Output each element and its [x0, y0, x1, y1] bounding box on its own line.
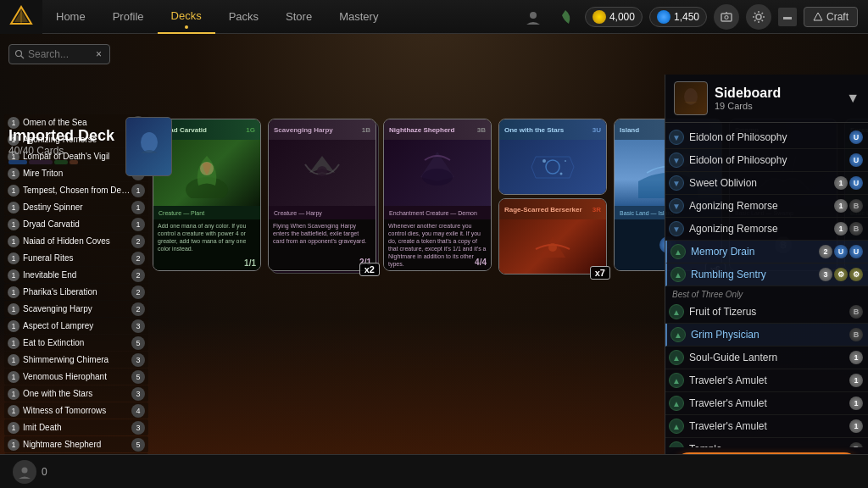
sideboard-thumb — [674, 81, 708, 115]
craft-button[interactable]: Craft — [804, 7, 858, 27]
card-cost: 2 — [131, 302, 145, 316]
player-rank: 0 — [42, 466, 47, 478]
sb-cost-memory-drain: 2 U U — [819, 245, 863, 258]
deck-info: Imported Deck 40/40 Cards — [8, 127, 114, 164]
nav-profile[interactable]: Profile — [99, 0, 158, 34]
sb-cost-grim: B — [849, 328, 863, 341]
card-count: 1 — [8, 252, 19, 264]
sb-item-soul-guide[interactable]: ▲ Soul-Guide Lantern 1 — [665, 347, 868, 369]
sb-item-travelers-1[interactable]: ▲ Traveler's Amulet 1 — [665, 369, 868, 392]
list-item[interactable]: 1 Venomous Hierophant 5 — [4, 369, 148, 385]
vault-btn[interactable] — [714, 4, 739, 30]
sb-item-agonizing-1[interactable]: ▼ Agonizing Remorse 1 B — [665, 195, 868, 218]
list-item[interactable]: 1 Witness of Tomorrows 4 — [4, 402, 148, 419]
sb-item-eidolon-2[interactable]: ▼ Eidolon of Philosophy U — [665, 149, 868, 172]
sb-item-agonizing-2[interactable]: ▼ Agonizing Remorse 1 B — [665, 218, 868, 241]
card-cost: 1 — [131, 218, 145, 231]
gold-badge[interactable]: 4,000 — [585, 7, 643, 27]
list-item[interactable]: 1 Inevitable End 2 — [4, 267, 148, 283]
list-item[interactable]: 1 Scavenging Harpy 2 — [4, 301, 148, 317]
list-item[interactable]: 1 Naiad of Hidden Coves 2 — [4, 233, 148, 249]
player-avatar-icon — [524, 8, 542, 26]
sb-item-travelers-2[interactable]: ▲ Traveler's Amulet 1 — [665, 392, 868, 415]
sb-expand-travelers-2[interactable]: ▲ — [669, 396, 684, 411]
nav-mastery[interactable]: Mastery — [326, 0, 392, 34]
list-item[interactable]: 1 Tempest, Chosen from Death 1 — [4, 182, 148, 198]
nav-decks[interactable]: Decks — [158, 0, 215, 34]
list-item[interactable]: 1 Shimmerwing Chimera 3 — [4, 352, 148, 368]
list-item[interactable]: 1 Pharika's Liberation 2 — [4, 284, 148, 300]
sb-expand-memory-drain[interactable]: ▲ — [670, 244, 686, 259]
sb-item-memory-drain[interactable]: ▲ Memory Drain 2 U U — [665, 241, 868, 263]
card-cost: 5 — [131, 336, 145, 350]
leaf-icon-btn[interactable] — [553, 4, 578, 30]
sb-expand-travelers-3[interactable]: ▲ — [669, 419, 684, 434]
sideboard-dropdown[interactable]: ▼ — [846, 91, 860, 106]
list-item[interactable]: 1 One with the Stars 3 — [4, 385, 148, 402]
gems-badge[interactable]: 1,450 — [649, 7, 707, 27]
nav-home[interactable]: Home — [42, 0, 99, 34]
nav-packs[interactable]: Packs — [215, 0, 272, 34]
card-count: 1 — [8, 320, 19, 332]
card-cost: 5 — [131, 438, 145, 452]
card-nighthaze-shepherd[interactable]: Nighthaze Shepherd 3B Enchantment Creatu… — [383, 119, 492, 271]
mana-1-icon: 1 — [834, 176, 848, 190]
sb-item-rumbling-sentry[interactable]: ▲ Rumbling Sentry 3 ⚙ ⚙ — [665, 263, 868, 286]
list-item[interactable]: 1 Dryad Carvatid 1 — [4, 216, 148, 232]
list-item[interactable]: 1 Funeral Rites 2 — [4, 250, 148, 266]
top-nav: Home Profile Decks Packs Store Mastery 4… — [0, 0, 868, 34]
mana-artifact-icon-2: ⚙ — [849, 268, 863, 281]
search-input-wrap: × — [8, 44, 110, 64]
settings-btn[interactable] — [746, 4, 771, 30]
sb-item-grim-physician[interactable]: ▲ Grim Physician B — [665, 324, 868, 347]
sb-expand-soul[interactable]: ▲ — [669, 350, 684, 365]
search-clear-btn[interactable]: × — [96, 48, 102, 60]
nav-logo[interactable] — [0, 0, 42, 34]
sb-expand-travelers-1[interactable]: ▲ — [669, 373, 684, 388]
sb-expand-grim[interactable]: ▲ — [670, 327, 686, 342]
sb-item-fruit-tizerus[interactable]: ▲ Fruit of Tizerus B — [665, 301, 868, 324]
sb-expand-agonizing-2[interactable]: ▼ — [669, 221, 684, 236]
card-one-with-stars[interactable]: One with the Stars 3U — [498, 119, 607, 195]
sb-expand-rumbling-sentry[interactable]: ▲ — [670, 267, 686, 282]
gear-icon — [752, 10, 765, 24]
card-name: Pharika's Liberation — [23, 287, 131, 297]
mana-1-icon: 1 — [834, 199, 848, 213]
svg-point-18 — [560, 172, 563, 175]
sb-expand-temple[interactable]: ▲ — [669, 441, 684, 447]
sb-expand-fruit[interactable]: ▲ — [669, 304, 684, 319]
sb-item-temple[interactable]: ▲ Temple B — [665, 438, 868, 447]
card-cost: 2 — [131, 252, 145, 265]
nav-store[interactable]: Store — [272, 0, 326, 34]
player-icon-btn[interactable] — [520, 4, 546, 30]
sb-expand-eidolon-1[interactable]: ▼ — [669, 130, 684, 145]
shepherd-art — [408, 147, 467, 198]
card-cost: 4 — [131, 404, 145, 418]
list-item[interactable]: 1 Imit Death 3 — [4, 419, 148, 435]
sb-expand-agonizing-1[interactable]: ▼ — [669, 198, 684, 214]
sb-item-sweet-oblivion[interactable]: ▼ Sweet Oblivion 1 U — [665, 172, 868, 195]
list-item[interactable]: 1 Aspect of Lamprey 3 — [4, 318, 148, 334]
sb-item-travelers-3[interactable]: ▲ Traveler's Amulet 1 — [665, 415, 868, 438]
mana-3-icon: 3 — [819, 268, 832, 281]
card-name: Inevitable End — [23, 270, 131, 280]
sb-expand-eidolon-2[interactable]: ▼ — [669, 152, 684, 168]
harpy-count: x2 — [359, 263, 380, 276]
svg-point-24 — [22, 467, 28, 473]
sb-expand-sweet-oblivion[interactable]: ▼ — [669, 175, 684, 191]
active-indicator — [185, 25, 188, 29]
card-name: Aspect of Lamprey — [23, 321, 131, 330]
berserker-art — [527, 232, 578, 262]
sb-item-eidolon-1[interactable]: ▼ Eidolon of Philosophy U — [665, 126, 868, 149]
list-item[interactable]: 1 Destiny Spinner 1 — [4, 199, 148, 215]
search-input[interactable] — [28, 48, 96, 60]
list-item[interactable]: 1 Eat to Extinction 5 — [4, 335, 148, 351]
card-count: 1 — [8, 388, 19, 400]
card-rage-scarred[interactable]: Rage-Scarred Berserker 3R — [498, 198, 607, 274]
card-scavenging-harpy[interactable]: Scavenging Harpy 1B Creature — Harpy — [268, 119, 376, 271]
minimize-btn[interactable]: ▬ — [778, 8, 797, 26]
deck-count: 40/40 Cards — [8, 145, 114, 157]
player-avatar-icon — [17, 464, 32, 480]
list-item[interactable]: 1 Nightmare Shepherd 5 — [4, 436, 148, 452]
card-count: 1 — [8, 422, 19, 434]
